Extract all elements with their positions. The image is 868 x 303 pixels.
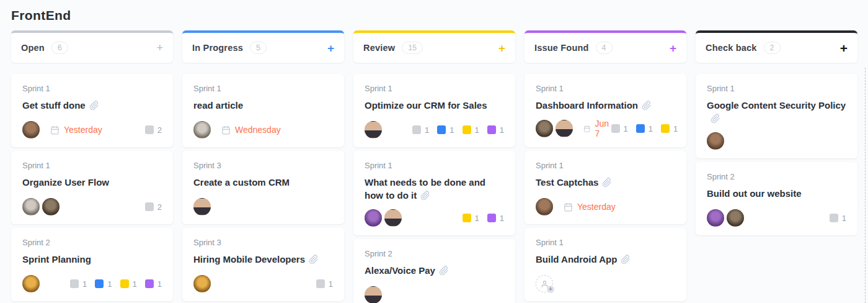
badge-yellow: 1 xyxy=(463,125,479,135)
avatar[interactable] xyxy=(365,286,382,303)
avatar[interactable] xyxy=(727,209,744,227)
card-footer: Yesterday xyxy=(536,198,675,215)
add-task-button[interactable]: + xyxy=(840,42,848,55)
paperclip-icon xyxy=(309,255,319,265)
card-footer: 2 xyxy=(22,198,162,215)
card-title: Alexa/Voice Pay xyxy=(365,264,504,277)
column-name: Issue Found xyxy=(534,43,589,53)
card-title: Build out our website xyxy=(707,187,846,200)
add-task-button[interactable]: + xyxy=(670,42,676,54)
card-title-text: Build Android App xyxy=(536,254,617,265)
avatar[interactable] xyxy=(193,198,211,215)
avatar[interactable] xyxy=(707,209,724,227)
assignee-avatars xyxy=(536,120,575,137)
kanban-board: FrontEnd Open 6 + Sprint 1 Get stuff don… xyxy=(0,0,868,303)
add-task-button[interactable]: + xyxy=(327,42,334,54)
avatar[interactable] xyxy=(536,198,553,215)
gray-chip-icon xyxy=(412,125,421,134)
task-card[interactable]: Sprint 1 Google Content Security Policy xyxy=(696,74,857,158)
card-title-text: Test Captchas xyxy=(536,177,598,188)
add-task-button[interactable]: + xyxy=(156,42,163,53)
assignee-avatars xyxy=(193,198,213,215)
column-check-back: Check back 2 + Sprint 1 Google Content S… xyxy=(696,30,857,239)
card-title-text: read article xyxy=(193,100,243,111)
avatar[interactable] xyxy=(384,209,402,227)
gray-chip-icon xyxy=(316,279,325,288)
task-card[interactable]: Sprint 2 Alexa/Voice Pay xyxy=(353,239,515,303)
due-date-text: Yesterday xyxy=(64,125,102,135)
task-card[interactable]: Sprint 1 read article Wednesday xyxy=(182,74,344,147)
column-in-progress: In Progress 5 + Sprint 1 read article We… xyxy=(182,30,344,303)
avatar[interactable] xyxy=(42,198,60,215)
card-footer xyxy=(707,132,846,150)
card-title: Dashboard Information xyxy=(536,99,675,112)
card-title-text: Google Content Security Policy xyxy=(707,100,846,111)
card-sprint-label: Sprint 2 xyxy=(22,238,162,247)
task-card[interactable]: Sprint 1 Optimize our CRM for Sales 1 1 … xyxy=(353,74,515,147)
gray-chip-icon xyxy=(830,214,838,222)
avatar[interactable] xyxy=(536,120,553,137)
assignee-avatars xyxy=(707,132,727,150)
task-card[interactable]: Sprint 1 What needs to be done and how t… xyxy=(353,151,515,235)
due-date[interactable]: Yesterday xyxy=(564,202,616,212)
card-title-text: Create a custom CRM xyxy=(193,177,290,188)
task-card[interactable]: Sprint 1 Get stuff done Yesterday 2 xyxy=(11,74,173,147)
assignee-avatars xyxy=(536,198,556,215)
card-footer: 1 xyxy=(707,209,846,227)
task-card[interactable]: Sprint 3 Hiring Mobile Developers 1 xyxy=(182,228,344,301)
calendar-icon xyxy=(583,124,590,133)
task-card[interactable]: Sprint 1 Organize User Flow 2 xyxy=(11,151,173,224)
task-card[interactable]: Sprint 1 Dashboard Information Jun 7 1 1 xyxy=(525,74,686,147)
badge-blue: 1 xyxy=(95,279,112,289)
avatar[interactable] xyxy=(22,198,40,215)
gray-chip-icon xyxy=(145,125,154,134)
blue-chip-icon xyxy=(437,125,446,134)
card-footer: Wednesday xyxy=(193,121,333,138)
task-card[interactable]: Sprint 2 Build out our website 1 xyxy=(696,162,857,235)
card-sprint-label: Sprint 1 xyxy=(365,161,504,170)
card-sprint-label: Sprint 1 xyxy=(22,161,162,170)
column-task-count: 4 xyxy=(596,42,613,55)
avatar[interactable] xyxy=(22,275,40,292)
avatar[interactable] xyxy=(707,132,724,150)
purple-chip-icon xyxy=(487,125,496,134)
add-task-button[interactable]: + xyxy=(498,42,505,54)
card-title: Organize User Flow xyxy=(22,176,162,189)
column-header-open: Open 6 + xyxy=(11,30,173,63)
status-badges: 1 1 1 1 xyxy=(70,279,162,289)
status-badges: 1 xyxy=(830,214,846,223)
avatar[interactable] xyxy=(193,275,211,292)
card-sprint-label: Sprint 1 xyxy=(22,84,162,93)
card-footer xyxy=(193,198,333,215)
status-badges: 1 1 xyxy=(463,214,504,223)
due-date[interactable]: Wednesday xyxy=(221,125,281,135)
card-title: Create a custom CRM xyxy=(193,176,333,189)
due-date[interactable]: Yesterday xyxy=(50,125,102,135)
badge-gray: 1 xyxy=(70,279,87,289)
card-title: Google Content Security Policy xyxy=(707,99,846,125)
task-card[interactable]: Sprint 1 Test Captchas Yesterday xyxy=(525,151,686,224)
avatar[interactable] xyxy=(365,209,382,227)
badge-yellow: 1 xyxy=(463,214,479,223)
card-title-text: Sprint Planning xyxy=(22,254,91,265)
column-name: Review xyxy=(363,43,395,53)
card-sprint-label: Sprint 2 xyxy=(707,172,846,181)
assign-user-button[interactable]: + xyxy=(536,275,553,292)
paperclip-icon xyxy=(602,178,612,188)
badge-gray: 1 xyxy=(830,214,846,223)
avatar[interactable] xyxy=(365,121,382,138)
badge-yellow: 1 xyxy=(120,279,137,289)
avatar[interactable] xyxy=(556,120,573,137)
card-title-text: Optimize our CRM for Sales xyxy=(365,100,487,111)
task-card[interactable]: Sprint 2 Sprint Planning 1 1 1 1 xyxy=(11,228,173,301)
task-card[interactable]: Sprint 3 Create a custom CRM xyxy=(182,151,344,224)
avatar[interactable] xyxy=(22,121,40,138)
paperclip-icon xyxy=(89,101,99,111)
card-sprint-label: Sprint 1 xyxy=(365,84,504,93)
task-card[interactable]: Sprint 1 Build Android App + xyxy=(525,228,686,301)
avatar[interactable] xyxy=(193,121,211,138)
blue-chip-icon xyxy=(95,279,104,288)
column-header-in-progress: In Progress 5 + xyxy=(182,30,344,63)
due-date[interactable]: Jun 7 xyxy=(583,119,611,138)
card-sprint-label: Sprint 1 xyxy=(193,84,333,93)
